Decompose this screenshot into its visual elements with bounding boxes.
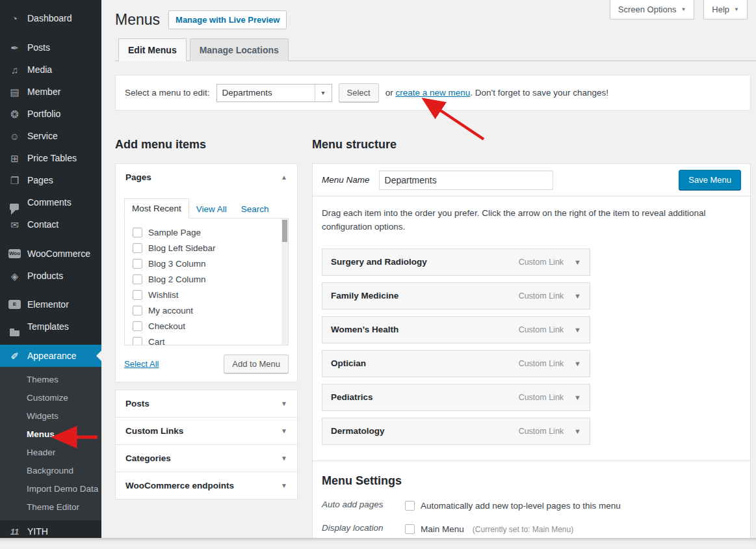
checkbox-icon[interactable] <box>405 524 415 534</box>
tab-search[interactable]: Search <box>234 200 276 219</box>
menu-name-input[interactable] <box>379 170 553 190</box>
tab-edit-menus[interactable]: Edit Menus <box>118 38 187 61</box>
sidebar-item-portfolio[interactable]: ❂ Portfolio <box>0 103 101 125</box>
tab-most-recent[interactable]: Most Recent <box>124 198 189 219</box>
page-item-label: Sample Page <box>148 228 201 237</box>
sidebar-item-dashboard[interactable]: ◔ Dashboard <box>0 7 101 29</box>
award-icon: ❂ <box>8 109 21 119</box>
woocommerce-endpoints-panel: WooCommerce endpoints ▼ <box>115 472 298 500</box>
chevron-down-icon[interactable]: ▼ <box>574 326 581 334</box>
checkbox-icon[interactable] <box>133 259 142 269</box>
settings-divider <box>313 461 750 461</box>
page-checkbox-row[interactable]: My account <box>133 302 280 318</box>
sidebar-item-contact[interactable]: ✉ Contact <box>0 213 101 235</box>
sidebar-item-member[interactable]: ▤ Member <box>0 81 101 103</box>
page-checkbox-row[interactable]: Sample Page <box>133 224 280 240</box>
help-button[interactable]: Help ▼ <box>703 0 748 20</box>
sidebar-item-appearance[interactable]: ✐ Appearance <box>0 345 101 367</box>
chevron-down-icon[interactable]: ▼ <box>281 400 287 407</box>
page-checkbox-row[interactable]: Blog Left Sidebar <box>133 240 280 256</box>
sidebar-item-products[interactable]: ◈ Products <box>0 265 101 287</box>
select-all-link[interactable]: Select All <box>124 359 159 369</box>
menu-item-row[interactable]: Dermatology Custom Link ▼ <box>322 418 590 445</box>
submenu-item-widgets[interactable]: Widgets <box>0 407 101 425</box>
select-button[interactable]: Select <box>339 83 379 102</box>
scrollbar-thumb[interactable] <box>282 220 287 242</box>
pages-panel-header[interactable]: Pages ▲ <box>116 164 297 191</box>
checkbox-icon[interactable] <box>133 306 142 315</box>
menu-item-row[interactable]: Optician Custom Link ▼ <box>322 350 590 377</box>
categories-panel-header[interactable]: Categories ▼ <box>116 445 297 472</box>
pages-icon: ❐ <box>8 176 21 185</box>
tab-view-all[interactable]: View All <box>189 200 234 219</box>
sidebar-item-service[interactable]: ☺ Service <box>0 125 101 147</box>
sidebar-item-price-tables[interactable]: ⊞ Price Tables <box>0 147 101 169</box>
sidebar-item-pages[interactable]: ❐ Pages <box>0 169 101 191</box>
chevron-up-icon[interactable]: ▲ <box>281 174 287 181</box>
checkbox-icon[interactable] <box>133 321 142 331</box>
chevron-down-icon[interactable]: ▼ <box>281 427 287 435</box>
chevron-down-icon[interactable]: ▼ <box>574 292 581 300</box>
page-checkbox-row[interactable]: Checkout <box>133 318 280 334</box>
submenu-item-background[interactable]: Background <box>0 462 101 480</box>
sidebar-item-label: Comments <box>27 197 72 208</box>
auto-add-pages-option[interactable]: Automatically add new top-level pages to… <box>405 498 621 514</box>
submenu-item-theme-editor[interactable]: Theme Editor <box>0 498 101 516</box>
main-menu-option-label: Main Menu <box>421 524 464 534</box>
menu-item-row[interactable]: Women’s Health Custom Link ▼ <box>322 316 590 343</box>
submenu-item-header[interactable]: Header <box>0 444 101 462</box>
chevron-down-icon[interactable]: ▼ <box>574 360 581 368</box>
page-item-label: Checkout <box>148 321 185 331</box>
menu-item-type: Custom Link <box>519 393 564 402</box>
add-to-menu-button[interactable]: Add to Menu <box>224 355 289 373</box>
checkbox-icon[interactable] <box>405 501 415 511</box>
create-new-menu-link[interactable]: create a new menu <box>395 88 470 98</box>
submenu-item-themes[interactable]: Themes <box>0 371 101 389</box>
woocommerce-endpoints-panel-header[interactable]: WooCommerce endpoints ▼ <box>116 472 297 499</box>
scrollbar[interactable] <box>281 219 288 345</box>
page-checkbox-row[interactable]: Cart <box>133 334 280 345</box>
manage-live-preview-button[interactable]: Manage with Live Preview <box>168 10 287 29</box>
checkbox-icon[interactable] <box>133 290 142 300</box>
chevron-down-icon[interactable]: ▼ <box>281 455 287 462</box>
submenu-item-customize[interactable]: Customize <box>0 389 101 407</box>
menu-item-row[interactable]: Pediatrics Custom Link ▼ <box>322 384 590 411</box>
tab-manage-locations[interactable]: Manage Locations <box>190 38 289 61</box>
page-checkbox-row[interactable]: Blog 3 Column <box>133 256 280 271</box>
custom-links-panel-header[interactable]: Custom Links ▼ <box>116 418 297 444</box>
submenu-item-import-demo-data[interactable]: Import Demo Data <box>0 480 101 498</box>
chevron-down-icon[interactable]: ▼ <box>574 258 581 266</box>
sidebar-item-yith[interactable]: 11 YITH <box>0 520 101 538</box>
menu-item-row[interactable]: Surgery and Radiology Custom Link ▼ <box>322 248 590 276</box>
menu-item-title: Family Medicine <box>331 291 398 301</box>
page-item-label: Cart <box>148 337 165 346</box>
chevron-down-icon[interactable]: ▼ <box>574 394 581 401</box>
sidebar-item-woocommerce[interactable]: Woo WooCommerce <box>0 243 101 265</box>
menu-item-title: Dermatology <box>331 426 385 436</box>
menu-edit-panel: Menu Name Save Menu Drag each item into … <box>312 163 751 549</box>
posts-panel-header[interactable]: Posts ▼ <box>116 390 297 417</box>
menu-select-dropdown[interactable]: Departments ▾ <box>216 84 332 102</box>
main-menu-option[interactable]: Main Menu (Currently set to: Main Menu) <box>405 522 573 537</box>
page-checkbox-row[interactable]: Blog 2 Column <box>133 271 280 287</box>
page-checkbox-row[interactable]: Wishlist <box>133 287 280 302</box>
submenu-item-menus[interactable]: Menus <box>0 425 101 444</box>
sidebar-item-media[interactable]: ♫ Media <box>0 59 101 81</box>
sidebar-item-comments[interactable]: Comments <box>0 191 101 213</box>
save-menu-button[interactable]: Save Menu <box>679 170 741 190</box>
chevron-down-icon[interactable]: ▼ <box>574 427 581 435</box>
page-item-label: My account <box>148 306 193 315</box>
checkbox-icon[interactable] <box>133 274 142 284</box>
checkbox-icon[interactable] <box>133 243 142 253</box>
checkbox-icon[interactable] <box>133 337 142 346</box>
sidebar-item-posts[interactable]: ✒ Posts <box>0 36 101 59</box>
checkbox-icon[interactable] <box>133 228 142 237</box>
sidebar-item-templates[interactable]: Templates <box>0 315 101 338</box>
menu-item-title: Pediatrics <box>331 392 373 402</box>
screen-options-button[interactable]: Screen Options ▼ <box>610 0 695 20</box>
add-menu-items-heading: Add menu items <box>115 138 298 152</box>
menu-item-row[interactable]: Family Medicine Custom Link ▼ <box>322 282 590 310</box>
sidebar-item-elementor[interactable]: E Elementor <box>0 293 101 315</box>
chevron-down-icon[interactable]: ▼ <box>281 482 287 489</box>
menu-settings-heading: Menu Settings <box>322 474 741 488</box>
